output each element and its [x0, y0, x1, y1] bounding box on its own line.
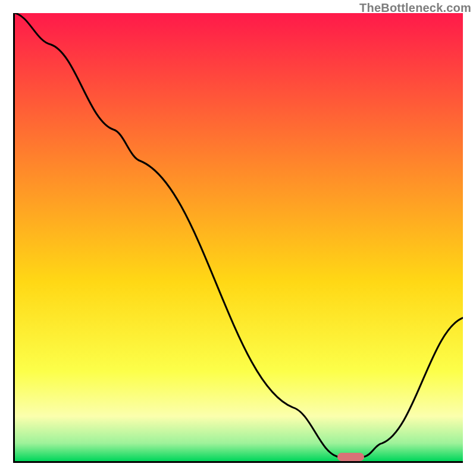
plot-area [13, 13, 463, 463]
optimal-marker [337, 453, 364, 461]
chart-frame: TheBottleneck.com [0, 0, 476, 476]
bottleneck-curve [15, 13, 463, 461]
